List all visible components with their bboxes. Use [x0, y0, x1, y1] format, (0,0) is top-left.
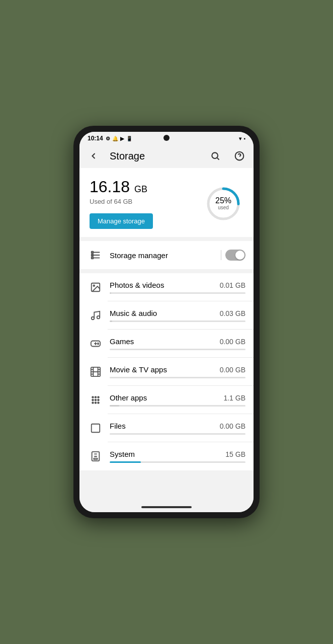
list-item[interactable]: Other apps 1.1 GB — [79, 386, 254, 414]
games-content: Games 0.00 GB — [110, 337, 245, 350]
help-button[interactable] — [231, 148, 247, 164]
content-area: 16.18 GB Used of 64 GB Manage storage 25… — [79, 168, 254, 502]
svg-point-0 — [212, 152, 218, 158]
circle-used-label: used — [215, 205, 231, 210]
camera-notch — [163, 135, 170, 141]
search-button[interactable] — [207, 148, 223, 164]
manage-storage-button[interactable]: Manage storage — [90, 213, 153, 229]
page-title: Storage — [110, 150, 199, 162]
movie-content: Movie & TV apps 0.00 GB — [110, 365, 245, 378]
phone-frame: 10:14 ⚙ 🔔 ▶ 📱 ▾ ▪ Storage — [73, 126, 260, 518]
list-item[interactable]: Files 0.00 GB — [79, 414, 254, 442]
music-icon — [88, 307, 104, 324]
list-item[interactable]: Music & audio 0.03 GB — [79, 301, 254, 330]
system-icon — [88, 448, 104, 464]
list-item[interactable]: Movie & TV apps 0.00 GB — [79, 358, 254, 386]
svg-point-30 — [95, 396, 97, 398]
other-apps-bar-fill — [110, 405, 119, 407]
movie-bar — [110, 377, 245, 378]
toggle-container — [221, 250, 245, 261]
system-size: 15 GB — [225, 450, 245, 458]
svg-point-31 — [98, 396, 99, 398]
photos-icon — [88, 279, 104, 295]
files-content: Files 0.00 GB — [110, 422, 245, 435]
photos-size: 0.01 GB — [220, 281, 245, 289]
music-size: 0.03 GB — [220, 309, 245, 317]
svg-point-13 — [93, 285, 95, 287]
phone-screen: 10:14 ⚙ 🔔 ▶ 📱 ▾ ▪ Storage — [79, 132, 254, 512]
wifi-icon: ▾ — [239, 136, 241, 141]
sound-status-icon: 🔔 — [112, 136, 118, 141]
storage-used-of: Used of 64 GB — [90, 198, 153, 205]
storage-list: Photos & videos 0.01 GB — [79, 273, 254, 470]
svg-point-14 — [92, 317, 95, 320]
music-bar-fill — [110, 320, 112, 322]
storage-manager-icon — [88, 247, 104, 263]
settings-status-icon: ⚙ — [106, 136, 110, 141]
svg-point-36 — [95, 402, 97, 404]
svg-point-35 — [92, 402, 94, 404]
toggle-divider — [221, 250, 221, 260]
music-label: Music & audio — [110, 309, 157, 317]
storage-manager-toggle[interactable] — [225, 250, 245, 261]
svg-point-15 — [97, 316, 100, 319]
storage-manager-section: Storage manager — [79, 241, 254, 269]
music-content: Music & audio 0.03 GB — [110, 309, 245, 322]
music-bar — [110, 320, 245, 322]
list-item[interactable]: System 15 GB — [79, 442, 254, 470]
photos-bar-fill — [110, 292, 111, 294]
home-indicator[interactable] — [141, 506, 192, 508]
play-status-icon: ▶ — [120, 136, 124, 141]
svg-point-33 — [95, 399, 97, 401]
movie-label: Movie & TV apps — [110, 365, 167, 374]
movie-size: 0.00 GB — [220, 366, 245, 374]
storage-manager-item[interactable]: Storage manager — [79, 241, 254, 269]
photos-bar — [110, 292, 245, 294]
back-button[interactable] — [86, 148, 102, 164]
system-bar-fill — [110, 461, 141, 463]
other-apps-size: 1.1 GB — [223, 394, 245, 402]
svg-point-37 — [98, 402, 99, 404]
storage-used-amount: 16.18 GB — [90, 178, 153, 196]
storage-summary: 16.18 GB Used of 64 GB Manage storage 25… — [79, 168, 254, 237]
system-label: System — [110, 450, 135, 458]
games-icon — [88, 336, 104, 352]
status-icons: ⚙ 🔔 ▶ 📱 — [106, 136, 132, 141]
system-content: System 15 GB — [110, 450, 245, 463]
files-label: Files — [110, 422, 126, 430]
storage-info-left: 16.18 GB Used of 64 GB Manage storage — [90, 178, 153, 229]
photos-label: Photos & videos — [110, 281, 164, 289]
nav-bar — [79, 502, 254, 512]
other-apps-icon — [88, 392, 104, 408]
files-icon — [88, 420, 104, 436]
circle-percent: 25% — [215, 197, 231, 205]
svg-rect-38 — [92, 424, 100, 433]
svg-point-29 — [92, 396, 94, 398]
svg-rect-42 — [94, 458, 97, 460]
files-bar — [110, 433, 245, 435]
games-label: Games — [110, 337, 134, 346]
svg-point-34 — [98, 399, 99, 401]
battery-icon: ▪ — [243, 136, 245, 141]
status-time: 10:14 ⚙ 🔔 ▶ 📱 — [88, 135, 132, 142]
phone-status-icon: 📱 — [126, 136, 132, 141]
files-size: 0.00 GB — [220, 422, 245, 430]
svg-point-20 — [98, 344, 98, 344]
games-size: 0.00 GB — [220, 338, 245, 346]
photos-content: Photos & videos 0.01 GB — [110, 281, 245, 294]
storage-circle: 25% used — [203, 184, 243, 224]
games-bar — [110, 349, 245, 350]
list-item[interactable]: Photos & videos 0.01 GB — [79, 273, 254, 301]
status-indicators: ▾ ▪ — [239, 136, 245, 141]
other-apps-label: Other apps — [110, 393, 147, 402]
movie-icon — [88, 364, 104, 380]
svg-point-32 — [92, 399, 94, 401]
svg-line-1 — [217, 158, 219, 160]
circle-text: 25% used — [215, 197, 231, 210]
storage-manager-label: Storage manager — [110, 251, 221, 260]
other-apps-bar — [110, 405, 245, 407]
system-bar — [110, 461, 245, 463]
app-bar: Storage — [79, 144, 254, 168]
other-apps-content: Other apps 1.1 GB — [110, 393, 245, 407]
list-item[interactable]: Games 0.00 GB — [79, 330, 254, 358]
